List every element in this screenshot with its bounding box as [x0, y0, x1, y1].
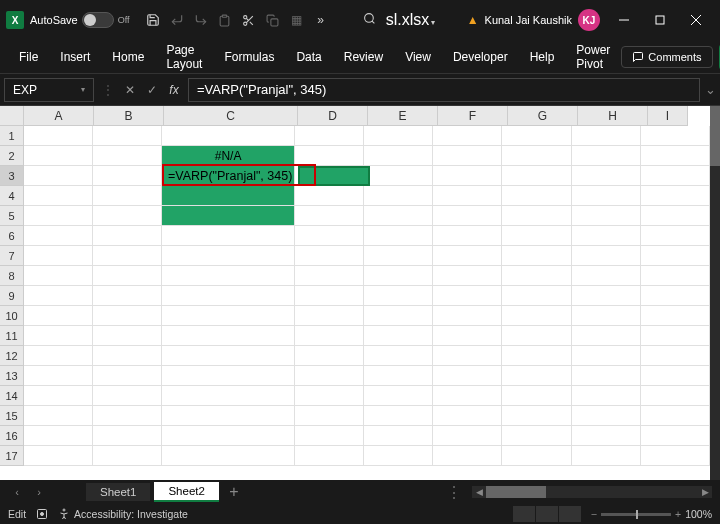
sheetbar-separator-icon[interactable]: ⋮ — [446, 483, 462, 502]
qat-overflow-icon[interactable]: » — [310, 9, 332, 31]
tab-page-layout[interactable]: Page Layout — [155, 37, 213, 77]
user-avatar[interactable]: KJ — [578, 9, 600, 31]
vertical-scrollbar[interactable] — [710, 106, 720, 480]
view-page-layout-button[interactable] — [536, 506, 558, 522]
warning-icon[interactable]: ▲ — [467, 13, 479, 27]
row-header[interactable]: 11 — [0, 326, 24, 346]
autosave-toggle[interactable]: AutoSave Off — [30, 12, 130, 28]
cell-c3-formula-display: =VARP("Pranjal", 345) — [164, 166, 296, 186]
row-header[interactable]: 13 — [0, 366, 24, 386]
view-page-break-button[interactable] — [559, 506, 581, 522]
row-header[interactable]: 12 — [0, 346, 24, 366]
close-button[interactable] — [678, 5, 714, 35]
scroll-thumb[interactable] — [486, 486, 546, 498]
cut-icon[interactable] — [238, 9, 260, 31]
accessibility-status[interactable]: Accessibility: Investigate — [58, 508, 188, 520]
row-header[interactable]: 15 — [0, 406, 24, 426]
scroll-left-icon[interactable]: ◀ — [472, 487, 486, 497]
row-header[interactable]: 16 — [0, 426, 24, 446]
tab-power-pivot[interactable]: Power Pivot — [565, 37, 621, 77]
accessibility-icon — [58, 508, 70, 520]
name-box[interactable]: EXP ▾ — [4, 78, 94, 102]
sheet-tab-sheet1[interactable]: Sheet1 — [86, 483, 150, 501]
sheet-tab-sheet2[interactable]: Sheet2 — [154, 482, 218, 502]
user-name-label: Kunal Jai Kaushik — [485, 14, 572, 26]
col-header[interactable]: D — [298, 106, 368, 126]
zoom-slider[interactable] — [601, 513, 671, 516]
fx-icon[interactable]: fx — [164, 80, 184, 100]
row-header[interactable]: 4 — [0, 186, 24, 206]
toggle-switch[interactable] — [82, 12, 114, 28]
row-header[interactable]: 5 — [0, 206, 24, 226]
tab-formulas[interactable]: Formulas — [213, 44, 285, 70]
cell-c2[interactable]: #N/A — [162, 146, 294, 166]
minimize-button[interactable] — [606, 5, 642, 35]
row-header[interactable]: 8 — [0, 266, 24, 286]
name-box-value: EXP — [13, 83, 37, 97]
clipboard-icon[interactable] — [214, 9, 236, 31]
row-header[interactable]: 1 — [0, 126, 24, 146]
col-header[interactable]: G — [508, 106, 578, 126]
filename-label[interactable]: sl.xlsx▾ — [386, 11, 436, 29]
svg-point-20 — [63, 509, 65, 511]
col-header[interactable]: F — [438, 106, 508, 126]
tab-review[interactable]: Review — [333, 44, 394, 70]
horizontal-scrollbar[interactable]: ◀ ▶ — [472, 486, 712, 498]
paste-icon[interactable]: ▦ — [286, 9, 308, 31]
sheet-nav-prev-icon[interactable]: ‹ — [8, 483, 26, 501]
row-header[interactable]: 10 — [0, 306, 24, 326]
cell-c5[interactable] — [162, 206, 294, 226]
col-header[interactable]: I — [648, 106, 688, 126]
tab-file[interactable]: File — [8, 44, 49, 70]
redo-icon[interactable] — [190, 9, 212, 31]
scroll-thumb[interactable] — [710, 106, 720, 166]
row-header[interactable]: 3 — [0, 166, 24, 186]
search-icon[interactable] — [363, 11, 376, 29]
copy-icon[interactable] — [262, 9, 284, 31]
sheet-nav-next-icon[interactable]: › — [30, 483, 48, 501]
view-normal-button[interactable] — [513, 506, 535, 522]
save-icon[interactable] — [142, 9, 164, 31]
col-header[interactable]: A — [24, 106, 94, 126]
chevron-down-icon[interactable]: ▾ — [81, 85, 85, 94]
excel-logo: X — [6, 11, 24, 29]
comments-label: Comments — [648, 51, 701, 63]
row-header[interactable]: 17 — [0, 446, 24, 466]
svg-line-5 — [246, 18, 248, 20]
tab-home[interactable]: Home — [101, 44, 155, 70]
status-mode: Edit — [8, 508, 26, 520]
spreadsheet-grid[interactable]: A B C D E F G H I 1 2 3 4 5 6 7 8 9 10 1… — [0, 106, 710, 480]
macro-record-icon[interactable] — [36, 508, 48, 520]
select-all-corner[interactable] — [0, 106, 24, 126]
tab-developer[interactable]: Developer — [442, 44, 519, 70]
tab-view[interactable]: View — [394, 44, 442, 70]
tab-insert[interactable]: Insert — [49, 44, 101, 70]
svg-rect-0 — [222, 15, 226, 17]
scroll-right-icon[interactable]: ▶ — [698, 487, 712, 497]
comments-button[interactable]: Comments — [621, 46, 712, 68]
row-header[interactable]: 2 — [0, 146, 24, 166]
autosave-label: AutoSave — [30, 14, 78, 26]
row-header[interactable]: 7 — [0, 246, 24, 266]
undo-icon[interactable] — [166, 9, 188, 31]
col-header[interactable]: C — [164, 106, 298, 126]
zoom-level[interactable]: 100% — [685, 508, 712, 520]
formula-input[interactable]: =VARP("Pranjal", 345) — [188, 78, 700, 102]
autosave-state: Off — [118, 15, 130, 25]
row-header[interactable]: 9 — [0, 286, 24, 306]
cell-c4[interactable] — [162, 186, 294, 206]
tab-help[interactable]: Help — [519, 44, 566, 70]
col-header[interactable]: B — [94, 106, 164, 126]
tab-data[interactable]: Data — [285, 44, 332, 70]
expand-formula-bar-icon[interactable]: ⌄ — [700, 82, 720, 97]
col-header[interactable]: H — [578, 106, 648, 126]
zoom-in-button[interactable]: + — [675, 508, 681, 520]
row-header[interactable]: 14 — [0, 386, 24, 406]
add-sheet-button[interactable]: + — [223, 483, 245, 501]
maximize-button[interactable] — [642, 5, 678, 35]
col-header[interactable]: E — [368, 106, 438, 126]
zoom-out-button[interactable]: − — [591, 508, 597, 520]
row-header[interactable]: 6 — [0, 226, 24, 246]
cancel-formula-icon[interactable]: ✕ — [120, 80, 140, 100]
enter-formula-icon[interactable]: ✓ — [142, 80, 162, 100]
